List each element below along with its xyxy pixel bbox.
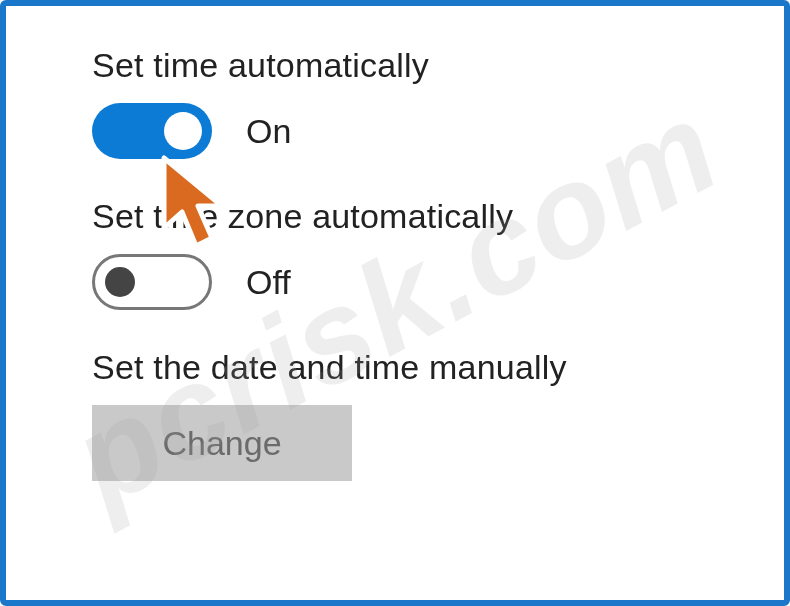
toggle-knob-icon: [105, 267, 135, 297]
content-area: Set time automatically On Set time zone …: [6, 6, 784, 481]
set-tz-auto-block: Set time zone automatically Off: [92, 197, 784, 310]
set-tz-auto-state: Off: [246, 263, 291, 302]
set-time-auto-row: On: [92, 103, 784, 159]
set-time-auto-block: Set time automatically On: [92, 46, 784, 159]
set-tz-auto-label: Set time zone automatically: [92, 197, 784, 236]
manual-block: Set the date and time manually Change: [92, 348, 784, 481]
toggle-knob-icon: [164, 112, 202, 150]
change-button: Change: [92, 405, 352, 481]
set-time-auto-toggle[interactable]: [92, 103, 212, 159]
settings-panel: Set time automatically On Set time zone …: [0, 0, 790, 606]
set-tz-auto-row: Off: [92, 254, 784, 310]
set-tz-auto-toggle[interactable]: [92, 254, 212, 310]
set-time-auto-label: Set time automatically: [92, 46, 784, 85]
set-time-auto-state: On: [246, 112, 291, 151]
manual-label: Set the date and time manually: [92, 348, 784, 387]
